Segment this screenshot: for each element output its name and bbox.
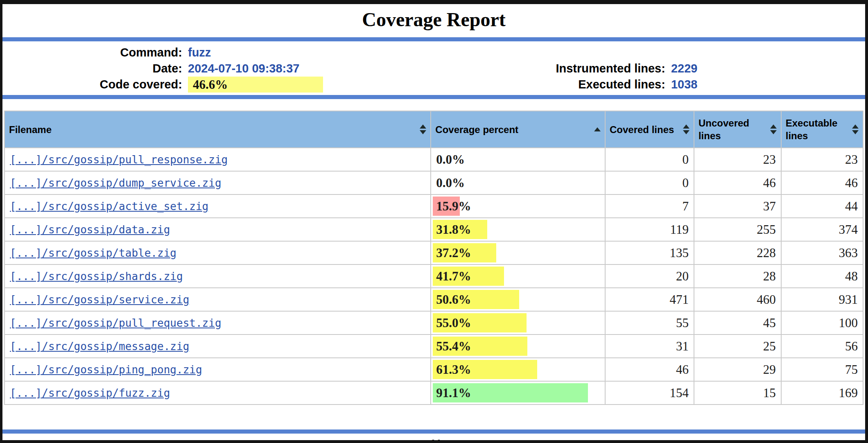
kcov-link[interactable]: Kcov — [457, 437, 483, 440]
executable-lines-cell: 48 — [782, 265, 863, 287]
coverage-percent-cell: 41.7% — [431, 265, 605, 287]
page-title: Coverage Report — [2, 8, 865, 31]
sort-both-icon — [683, 124, 689, 134]
table-row: [...]/src/gossip/fuzz.zig 91.1% 154 15 1… — [5, 382, 863, 404]
covered-lines-cell: 0 — [606, 148, 694, 171]
column-header-label: Filename — [9, 124, 52, 135]
generated-by-label: Generated by: — [384, 437, 454, 440]
command-value: fuzz — [188, 45, 520, 61]
coverage-percent-cell: 0.0% — [431, 172, 605, 194]
column-header[interactable]: Uncovered lines — [694, 111, 781, 147]
executable-lines-cell: 169 — [782, 382, 863, 404]
column-header-label: Uncovered lines — [698, 118, 749, 141]
sort-both-icon — [770, 124, 777, 134]
instrumented-lines-label: Instrumented lines: — [520, 61, 671, 77]
uncovered-lines-cell: 28 — [694, 265, 781, 287]
executed-lines-label: Executed lines: — [520, 77, 671, 93]
uncovered-lines-cell: 45 — [694, 312, 781, 334]
filename-cell: [...]/src/gossip/active_set.zig — [5, 195, 430, 217]
executable-lines-cell: 100 — [782, 312, 863, 334]
executable-lines-cell: 931 — [782, 288, 863, 311]
uncovered-lines-cell: 228 — [694, 242, 781, 264]
date-label: Date: — [2, 61, 188, 77]
covered-lines-cell: 31 — [606, 335, 694, 357]
coverage-bar: 0.0% — [433, 173, 436, 192]
filename-cell: [...]/src/gossip/shards.zig — [5, 265, 430, 287]
sort-ascending-icon — [594, 127, 601, 131]
covered-lines-cell: 46 — [606, 358, 694, 381]
coverage-percent-cell: 15.9% — [431, 195, 605, 217]
filename-cell: [...]/src/gossip/dump_service.zig — [5, 172, 430, 194]
covered-lines-cell: 55 — [606, 312, 694, 334]
table-row: [...]/src/gossip/pull_response.zig 0.0% … — [5, 148, 863, 171]
coverage-bar: 50.6% — [433, 290, 519, 309]
executable-lines-cell: 75 — [782, 358, 863, 381]
executable-lines-cell: 23 — [782, 148, 863, 171]
column-header[interactable]: Coverage percent — [431, 111, 605, 147]
coverage-bar: 15.9% — [433, 197, 460, 216]
blue-rule-middle — [2, 95, 865, 99]
coverage-report-page: Coverage Report Command: fuzz Date: 2024… — [2, 4, 865, 440]
blue-rule-footer — [2, 429, 865, 434]
column-header[interactable]: Executable lines — [782, 111, 863, 147]
coverage-percent-cell: 50.6% — [431, 288, 605, 311]
footer: Generated by: Kcov — [2, 437, 865, 440]
executable-lines-cell: 56 — [782, 335, 863, 357]
filename-cell: [...]/src/gossip/message.zig — [5, 335, 430, 357]
uncovered-lines-cell: 25 — [694, 335, 781, 357]
covered-lines-cell: 20 — [606, 265, 694, 287]
column-header[interactable]: Filename — [5, 111, 430, 147]
file-link[interactable]: [...]/src/gossip/pull_response.zig — [10, 154, 228, 166]
date-value: 2024-07-10 09:38:37 — [188, 61, 520, 77]
covered-lines-cell: 7 — [606, 195, 694, 217]
code-covered-value: 46.6% — [188, 77, 323, 93]
filename-cell: [...]/src/gossip/fuzz.zig — [5, 382, 430, 404]
uncovered-lines-cell: 29 — [694, 358, 781, 381]
file-link[interactable]: [...]/src/gossip/data.zig — [10, 224, 170, 236]
file-link[interactable]: [...]/src/gossip/ping_pong.zig — [10, 364, 202, 376]
table-row: [...]/src/gossip/table.zig 37.2% 135 228… — [5, 242, 863, 264]
file-link[interactable]: [...]/src/gossip/dump_service.zig — [10, 177, 222, 189]
covered-lines-cell: 119 — [606, 218, 694, 241]
uncovered-lines-cell: 255 — [694, 218, 781, 241]
table-row: [...]/src/gossip/active_set.zig 15.9% 7 … — [5, 195, 863, 217]
filename-cell: [...]/src/gossip/pull_request.zig — [5, 312, 430, 334]
column-header-label: Coverage percent — [435, 124, 518, 135]
table-row: [...]/src/gossip/dump_service.zig 0.0% 0… — [5, 172, 863, 194]
uncovered-lines-cell: 37 — [694, 195, 781, 217]
file-link[interactable]: [...]/src/gossip/service.zig — [10, 294, 189, 306]
executable-lines-cell: 46 — [782, 172, 863, 194]
file-link[interactable]: [...]/src/gossip/active_set.zig — [10, 200, 208, 212]
file-link[interactable]: [...]/src/gossip/fuzz.zig — [10, 387, 170, 399]
covered-lines-cell: 135 — [606, 242, 694, 264]
column-header[interactable]: Covered lines — [606, 111, 694, 147]
coverage-table: Filename Coverage percent Covered lines … — [4, 111, 863, 405]
covered-lines-cell: 154 — [606, 382, 694, 404]
coverage-percent-cell: 37.2% — [431, 242, 605, 264]
coverage-percent-cell: 61.3% — [431, 358, 605, 381]
column-header-label: Covered lines — [610, 124, 674, 135]
uncovered-lines-cell: 23 — [694, 148, 781, 171]
coverage-bar: 55.4% — [433, 337, 527, 356]
file-link[interactable]: [...]/src/gossip/table.zig — [10, 247, 176, 259]
filename-cell: [...]/src/gossip/service.zig — [5, 288, 430, 311]
filename-cell: [...]/src/gossip/pull_response.zig — [5, 148, 430, 171]
coverage-bar: 0.0% — [433, 150, 436, 169]
command-label: Command: — [2, 45, 188, 61]
executable-lines-cell: 374 — [782, 218, 863, 241]
coverage-percent-cell: 0.0% — [431, 148, 605, 171]
file-link[interactable]: [...]/src/gossip/pull_request.zig — [10, 317, 222, 329]
table-row: [...]/src/gossip/pull_request.zig 55.0% … — [5, 312, 863, 334]
covered-lines-cell: 471 — [606, 288, 694, 311]
executed-lines-value: 1038 — [671, 77, 865, 93]
filename-cell: [...]/src/gossip/table.zig — [5, 242, 430, 264]
file-link[interactable]: [...]/src/gossip/message.zig — [10, 340, 189, 353]
file-link[interactable]: [...]/src/gossip/shards.zig — [10, 270, 183, 283]
coverage-bar: 61.3% — [433, 360, 537, 379]
coverage-bar: 91.1% — [433, 383, 588, 402]
coverage-bar: 41.7% — [433, 267, 504, 286]
filename-cell: [...]/src/gossip/ping_pong.zig — [5, 358, 430, 381]
sort-both-icon — [420, 124, 426, 134]
uncovered-lines-cell: 15 — [694, 382, 781, 404]
column-header-label: Executable lines — [786, 118, 838, 141]
